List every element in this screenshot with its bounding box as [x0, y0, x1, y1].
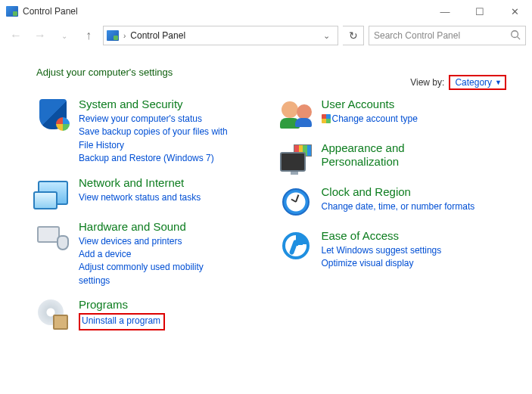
category-link-network[interactable]: Network and Internet	[79, 176, 184, 189]
category-network-internet: Network and Internet View network status…	[36, 176, 264, 209]
shield-icon	[36, 98, 70, 131]
link-date-time-formats[interactable]: Change date, time, or number formats	[322, 200, 475, 213]
network-icon	[36, 176, 70, 209]
breadcrumb[interactable]: Control Panel	[130, 30, 314, 41]
category-programs: Programs Uninstall a program	[36, 298, 264, 331]
link-add-device[interactable]: Add a device	[79, 248, 230, 261]
maximize-button[interactable]: ☐	[462, 0, 497, 23]
link-optimize-visual[interactable]: Optimize visual display	[322, 257, 442, 270]
category-link-hardware[interactable]: Hardware and Sound	[79, 220, 186, 233]
ease-of-access-icon	[279, 229, 313, 262]
category-user-accounts: User Accounts Change account type	[279, 98, 507, 131]
forward-button[interactable]: →	[30, 26, 50, 45]
category-appearance: Appearance and Personalization	[279, 141, 507, 175]
control-panel-icon	[6, 6, 18, 17]
window-title: Control Panel	[23, 6, 78, 17]
link-review-status[interactable]: Review your computer's status	[79, 113, 238, 126]
category-link-appearance[interactable]: Appearance and Personalization	[322, 141, 405, 168]
close-button[interactable]: ✕	[497, 0, 532, 23]
search-input[interactable]	[374, 30, 510, 41]
refresh-button[interactable]: ↻	[343, 26, 364, 45]
category-hardware-sound: Hardware and Sound View devices and prin…	[36, 220, 264, 288]
viewby-label: View by:	[410, 77, 444, 88]
link-suggest-settings[interactable]: Let Windows suggest settings	[322, 244, 442, 257]
link-devices-printers[interactable]: View devices and printers	[79, 235, 230, 248]
chevron-down-icon: ▼	[495, 79, 502, 86]
viewby-value: Category	[455, 77, 492, 88]
link-network-status[interactable]: View network status and tasks	[79, 191, 201, 204]
svg-line-1	[518, 36, 521, 39]
right-column: User Accounts Change account type Appear…	[279, 98, 507, 342]
control-panel-icon	[107, 30, 119, 41]
chevron-down-icon[interactable]: ⌄	[319, 31, 334, 41]
clock-icon	[279, 185, 313, 219]
uac-shield-icon	[322, 114, 331, 123]
address-bar[interactable]: › Control Panel ⌄	[103, 26, 338, 45]
link-backup-restore[interactable]: Backup and Restore (Windows 7)	[79, 152, 238, 165]
up-button[interactable]: ↑	[79, 26, 98, 45]
back-button[interactable]: ←	[6, 26, 26, 45]
navigation-row: ← → ⌄ ↑ › Control Panel ⌄ ↻	[0, 23, 532, 48]
hardware-icon	[36, 220, 70, 253]
viewby-dropdown[interactable]: Category ▼	[449, 75, 506, 90]
left-column: System and Security Review your computer…	[36, 98, 264, 342]
category-ease-of-access: Ease of Access Let Windows suggest setti…	[279, 229, 507, 271]
recent-dropdown[interactable]: ⌄	[54, 26, 74, 45]
link-mobility-settings[interactable]: Adjust commonly used mobility settings	[79, 261, 230, 287]
page-title: Adjust your computer's settings	[36, 67, 173, 78]
link-uninstall-program[interactable]: Uninstall a program	[82, 315, 160, 327]
minimize-button[interactable]: —	[428, 0, 462, 23]
search-icon	[510, 29, 521, 42]
category-link-programs[interactable]: Programs	[79, 298, 128, 311]
users-icon	[279, 98, 313, 131]
appearance-icon	[279, 141, 313, 175]
search-box[interactable]	[369, 26, 526, 45]
category-link-clock[interactable]: Clock and Region	[322, 185, 411, 198]
category-link-ease[interactable]: Ease of Access	[322, 229, 400, 242]
category-link-system-security[interactable]: System and Security	[79, 98, 183, 110]
category-link-user-accounts[interactable]: User Accounts	[322, 98, 395, 110]
link-change-account-type[interactable]: Change account type	[322, 113, 418, 126]
breadcrumb-separator-icon: ›	[123, 32, 126, 40]
svg-point-0	[512, 30, 518, 37]
category-system-security: System and Security Review your computer…	[36, 98, 264, 166]
category-clock-region: Clock and Region Change date, time, or n…	[279, 185, 507, 219]
programs-icon	[36, 298, 70, 331]
link-file-history[interactable]: Save backup copies of your files with Fi…	[79, 126, 238, 152]
titlebar: Control Panel — ☐ ✕	[0, 0, 532, 23]
